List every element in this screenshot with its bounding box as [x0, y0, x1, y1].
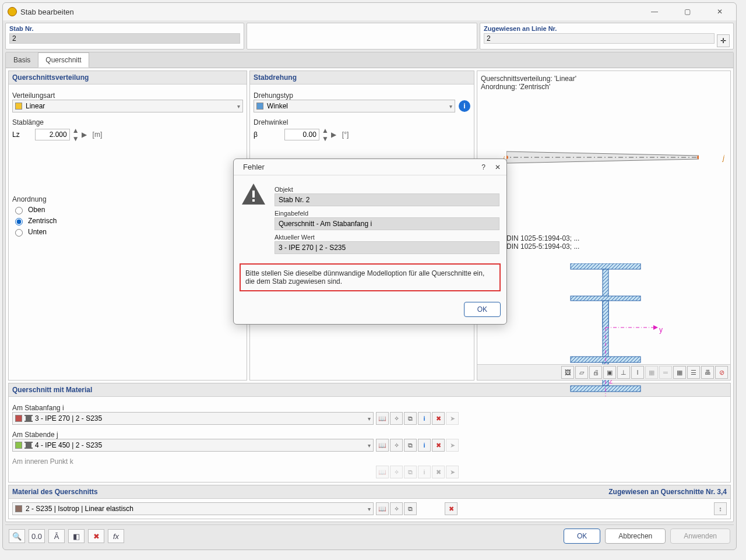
stablange-label: Stablänge [12, 118, 243, 126]
verteilungsart-label: Verteilungsart [12, 91, 243, 100]
assigned-input[interactable]: 2 [484, 33, 715, 44]
preview-tool-list[interactable]: ☰ [687, 366, 700, 379]
play-icon[interactable]: ▶ [331, 131, 336, 139]
stablange-input[interactable] [35, 129, 70, 140]
start-select[interactable]: 3 - IPE 270 | 2 - S235 ▾ [12, 412, 374, 425]
preview-line4: DIN 1025-5:1994-03; ... [506, 242, 579, 251]
footer-bar: 🔍 0.0 Ā ◧ ✖ fx OK Abbrechen Anwenden [5, 524, 734, 547]
new-icon[interactable]: ✧ [390, 439, 403, 452]
stab-nr-input[interactable]: 2 [9, 33, 240, 44]
minimize-button[interactable]: — [643, 8, 666, 16]
preview-tool-cancel[interactable]: ⊘ [715, 366, 728, 379]
dialog-close-button[interactable]: ✕ [495, 163, 501, 171]
ibeam-icon [26, 415, 31, 422]
error-eingabe-value: Querschnitt - Am Stabanfang i [275, 217, 499, 230]
copy-icon[interactable]: ⧉ [404, 502, 417, 515]
preview-tool-outline[interactable]: ▣ [603, 366, 616, 379]
material-select[interactable]: 2 - S235 | Isotrop | Linear elastisch ▾ [12, 502, 374, 515]
preview-panel: Querschnittsverteilung: 'Linear' Anordnu… [477, 71, 731, 381]
footer-tool-clear[interactable]: ✖ [88, 529, 104, 543]
verteilungsart-select[interactable]: Linear ▾ [12, 100, 243, 112]
pick-line-button[interactable]: ✛ [717, 34, 730, 47]
anordnung-oben[interactable]: Oben [12, 205, 243, 214]
drehungstyp-label: Drehungstyp [254, 91, 470, 100]
footer-tool-units[interactable]: 0.0 [29, 529, 45, 543]
ok-button[interactable]: OK [564, 529, 600, 544]
maximize-button[interactable]: ▢ [675, 8, 699, 16]
svg-marker-13 [653, 325, 658, 330]
library-icon: 📖 [376, 466, 389, 478]
assigned-label: Zugewiesen an Linie Nr. [484, 25, 715, 32]
node-j-label: j [723, 154, 724, 162]
chevron-down-icon: ▾ [237, 103, 240, 110]
tapered-beam-graphic [506, 147, 699, 168]
info-icon: i [418, 466, 431, 478]
winkel-swatch-icon [256, 103, 263, 110]
delete-icon: ✖ [432, 466, 445, 478]
chevron-down-icon: ▾ [368, 506, 371, 512]
preview-tool-section[interactable]: ▱ [575, 366, 588, 379]
drehwinkel-input[interactable] [284, 129, 319, 140]
section-profile-graphic: y z [547, 263, 664, 403]
swap-icon[interactable]: ↕ [714, 502, 727, 515]
chevron-down-icon: ▾ [449, 103, 452, 110]
play-icon[interactable]: ▶ [82, 131, 87, 139]
material-assigned: Zugewiesen an Querschnitte Nr. 3,4 [608, 488, 727, 496]
preview-tool-7[interactable]: ═ [659, 366, 672, 379]
material-swatch-icon [15, 505, 22, 512]
preview-tool-print[interactable]: 🖨 [589, 366, 602, 379]
tab-basis[interactable]: Basis [6, 52, 38, 68]
tab-querschnitt[interactable]: Querschnitt [38, 52, 89, 68]
info-icon[interactable]: i [418, 412, 431, 425]
anordnung-zentrisch[interactable]: Zentrisch [12, 216, 243, 226]
inner-label: Am inneren Punkt k [12, 457, 727, 466]
drehungstyp-select[interactable]: Winkel ▾ [254, 100, 455, 112]
preview-tool-ibeam[interactable]: I [631, 366, 644, 379]
footer-tool-function[interactable]: fx [108, 529, 124, 543]
error-aktuell-value: 3 - IPE 270 | 2 - S235 [275, 241, 499, 254]
delete-icon[interactable]: ✖ [432, 412, 445, 425]
copy-icon[interactable]: ⧉ [404, 439, 417, 452]
titlebar: Stab bearbeiten — ▢ ✕ [3, 3, 736, 20]
start-label: Am Stabanfang i [12, 404, 727, 412]
preview-tool-1[interactable]: 🖼 [561, 366, 574, 379]
chevron-down-icon: ▾ [368, 415, 371, 422]
end-select[interactable]: 4 - IPE 450 | 2 - S235 ▾ [12, 439, 374, 452]
preview-tool-axes[interactable]: ⊥ [617, 366, 630, 379]
delete-icon[interactable]: ✖ [432, 439, 445, 452]
svg-rect-5 [571, 263, 641, 269]
apply-button[interactable]: Anwenden [670, 529, 730, 544]
pick-icon[interactable]: ➤ [446, 412, 459, 425]
library-icon[interactable]: 📖 [376, 502, 389, 515]
stab-nr-panel: Stab Nr. 2 [5, 23, 244, 50]
help-button[interactable]: ? [481, 163, 485, 171]
preview-tool-grid[interactable]: ▦ [673, 366, 686, 379]
library-icon[interactable]: 📖 [376, 439, 389, 452]
library-icon[interactable]: 📖 [376, 412, 389, 425]
qsv-title: Querschnittsverteilung [9, 71, 247, 84]
footer-tool-support[interactable]: Ā [48, 529, 65, 543]
header-mid-panel [247, 23, 477, 50]
start-value: 3 - IPE 270 | 2 - S235 [35, 414, 102, 422]
info-icon[interactable]: i [418, 439, 431, 452]
cancel-button[interactable]: Abbrechen [605, 529, 666, 544]
error-ok-button[interactable]: OK [464, 302, 501, 317]
footer-tool-colors[interactable]: ◧ [68, 529, 85, 543]
tabbar: Basis Querschnitt [6, 52, 733, 68]
error-aktuell-label: Aktueller Wert [275, 234, 499, 241]
info-icon[interactable]: i [459, 100, 470, 112]
close-button[interactable]: ✕ [708, 8, 731, 16]
new-icon[interactable]: ✧ [390, 412, 403, 425]
preview-tool-6[interactable]: ▦ [645, 366, 658, 379]
copy-icon[interactable]: ⧉ [404, 412, 417, 425]
delete-icon[interactable]: ✖ [445, 502, 458, 515]
new-icon[interactable]: ✧ [390, 502, 403, 515]
anordnung-unten[interactable]: Unten [12, 227, 243, 237]
footer-tool-search[interactable]: 🔍 [9, 529, 25, 543]
stab-nr-label: Stab Nr. [9, 25, 240, 32]
pick-icon: ➤ [446, 466, 459, 478]
pick-icon[interactable]: ➤ [446, 439, 459, 452]
window-title: Stab bearbeiten [20, 8, 74, 16]
preview-tool-print2[interactable]: 🖶 [701, 366, 714, 379]
preview-line3: DIN 1025-5:1994-03; ... [506, 234, 579, 242]
